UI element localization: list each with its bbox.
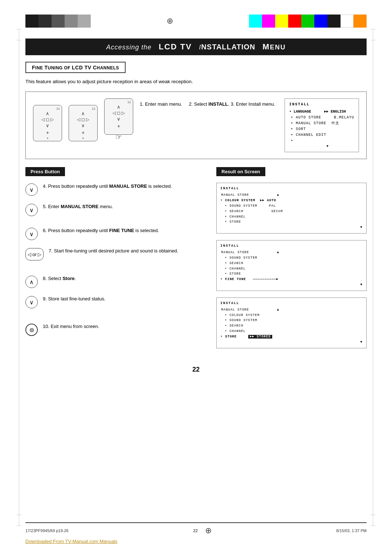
remote-icons: 11 ∧ ◁ ◻ ▷ ∨ + ▲ 11 ∧ ◁ ◻ ▷ ∨ + ▲ 11 ∧ [33,98,133,141]
step-6-row: ∨ 6. Press button repeatedly until FINE … [25,227,205,240]
step-5-icon: ∨ [25,204,38,216]
screen-result-2: INSTALL MANUAL STORE ▲ • SOUND SYSTEM • … [216,240,367,291]
press-button-header: Press Button [25,167,65,176]
remote-3-wrapper: 11 ∧ ◁ ◻ ▷ ∨ + ☞ [104,98,133,141]
bar-green [301,15,314,28]
page-number: 22 [25,366,367,373]
footer-crosshair: ⊕ [205,526,212,535]
sr2-title: INSTALL [220,243,363,249]
sr3-title: INSTALL [220,301,363,306]
step2-text: 2. Select [189,101,208,107]
step-7-text: 7. Start fine-tuning until desired pictu… [49,247,205,255]
bar-dark [38,15,52,28]
sr3-down: ▼ [220,340,363,345]
sr1-search: • SEARCH SECAM [220,209,363,214]
step-8-row: ∧ 8. Select Store. [25,275,205,288]
sr2-manual-store: MANUAL STORE ▲ [220,250,363,255]
footer-line: 17/23PF9945/69 p19-26 22 ⊕ 8/15/03, 1:37… [25,522,367,535]
step-10-text: 10. Exit menu from screen. [43,323,205,330]
title-menu: MENU [262,42,286,51]
sr1-sound: • SOUND SYSTEM PAL [220,203,363,209]
remote-2: 11 ∧ ◁ ◻ ▷ ∨ + ▲ [69,105,98,141]
sr3-channel: • CHANNEL [220,329,363,334]
main-columns: Press Button ∨ 4. Press button repeatedl… [25,167,367,355]
page: ⊕ Accessing the LCD TV INSTALLATION MENU… [0,0,392,555]
step-5-text: 5. Enter MANUAL STORE menu. [43,203,205,210]
install-sort: • SORT [289,126,354,132]
bar-blue [314,15,327,28]
install-menu-preview: INSTALL • LANGUAGE ►► ENGLISH • AUTO STO… [285,98,359,152]
footer-right-meta: 8/15/03, 1:37 PM [336,528,367,533]
step-6-text: 6. Press button repeatedly until FINE TU… [43,227,205,234]
sr1-manual-store: MANUAL STORE ▲ [220,193,363,198]
remote-1: 11 ∧ ◁ ◻ ▷ ∨ + ▲ [33,105,62,141]
bar-cyan [249,15,262,28]
sr2-fine-tune: • FINE TUNE ——————————► [220,277,363,282]
demo-box: 11 ∧ ◁ ◻ ▷ ∨ + ▲ 11 ∧ ◁ ◻ ▷ ∨ + ▲ 11 ∧ [25,92,367,159]
bar-gray [52,15,65,28]
step-8-text: 8. Select Store. [43,275,205,282]
step-4-row: ∨ 4. Press button repeatedly until MANUA… [25,183,205,196]
install-manual-store: • MANUAL STORE 中文 [289,121,354,126]
screen-result-3: INSTALL MANUAL STORE ▲ • COLOUR SYSTEM •… [216,297,367,348]
sr1-channel: • CHANNEL [220,214,363,220]
page-title: Accessing the LCD TV INSTALLATION MENU [25,39,367,55]
step3-text: . 3. Enter Install menu. [228,101,275,107]
bars-right [249,15,367,28]
bar-magenta [262,15,275,28]
section-heading: FINE TUNING OF LCD TV CHANNELS [25,62,367,79]
section-title: FINE TUNING OF LCD TV CHANNELS [32,65,119,70]
step-10-row: ⊜ 10. Exit menu from screen. [25,323,205,336]
sr3-search: • SEARCH [220,323,363,329]
sr1-colour-system: • COLOUR SYSTEM ►► AUTO [220,198,363,203]
step-4-text: 4. Press button repeatedly until MANUAL … [43,183,205,190]
sr3-colour: • COLOUR SYSTEM [220,313,363,318]
sr3-sound: • SOUND SYSTEM [220,318,363,323]
footer-center-num: 22 [193,528,197,533]
color-bars-top: ⊕ [25,15,367,28]
sr2-sound: • SOUND SYSTEM [220,255,363,261]
footer-left-meta: 17/23PF9945/69 p19-26 [25,528,69,533]
step-4-icon: ∨ [25,183,38,196]
title-prefix: Accessing the [106,44,151,51]
download-link[interactable]: Downloaded From TV-Manual.com Manuals [25,539,117,544]
bar-orange [354,15,367,28]
footer-link-area[interactable]: Downloaded From TV-Manual.com Manuals [25,535,367,544]
install-menu-title: INSTALL [289,102,354,108]
bars-left [25,15,91,28]
sr2-search: • SEARCH [220,261,363,266]
step-8-icon: ∧ [25,276,38,288]
sr1-title: INSTALL [220,186,363,191]
sr1-down: ▼ [220,225,363,230]
bar-silver [78,15,91,28]
sr2-channel: • CHANNEL [220,266,363,272]
crosshair-top: ⊕ [167,16,173,26]
bar-white [340,15,354,28]
install-dot: • [289,138,354,144]
step-10-icon: ⊜ [25,324,38,336]
install-bold: INSTALL [208,101,228,107]
result-on-screen-header: Result on Screen [216,167,265,176]
sr2-store: • STORE [220,271,363,277]
install-language-selected: • LANGUAGE ►► ENGLISH [289,109,354,115]
install-channel-edit: • CHANNEL EDIT [289,132,354,138]
intro-text: This feature allows you to adjust pictur… [25,79,367,84]
step-5-row: ∨ 5. Enter MANUAL STORE menu. [25,203,205,216]
step-7-icon: ◁ or ▷ [25,248,44,260]
bar-black [25,15,38,28]
title-main: LCD TV [159,42,192,51]
step-9-text: 9. Store last fine-tuned status. [43,295,205,303]
step-9-row: ∨ 9. Store last fine-tuned status. [25,295,205,308]
install-down-arrow: ▼ [289,144,354,149]
bar-red [288,15,301,28]
left-column: Press Button ∨ 4. Press button repeatedl… [25,167,205,355]
bar-yellow [275,15,288,28]
step1-text: 1. Enter main menu. [140,101,182,107]
sr3-store-highlight: • STORE ►► STORED [220,334,363,340]
bar-black2 [327,15,340,28]
title-suffix: INSTALLATION [199,44,255,51]
sr3-manual-store: MANUAL STORE ▲ [220,307,363,313]
footer-area: 17/23PF9945/69 p19-26 22 ⊕ 8/15/03, 1:37… [0,522,392,544]
demo-steps-text: 1. Enter main menu. 2. Select INSTALL. 3… [140,98,278,107]
screen-result-1: INSTALL MANUAL STORE ▲ • COLOUR SYSTEM ►… [216,183,367,234]
